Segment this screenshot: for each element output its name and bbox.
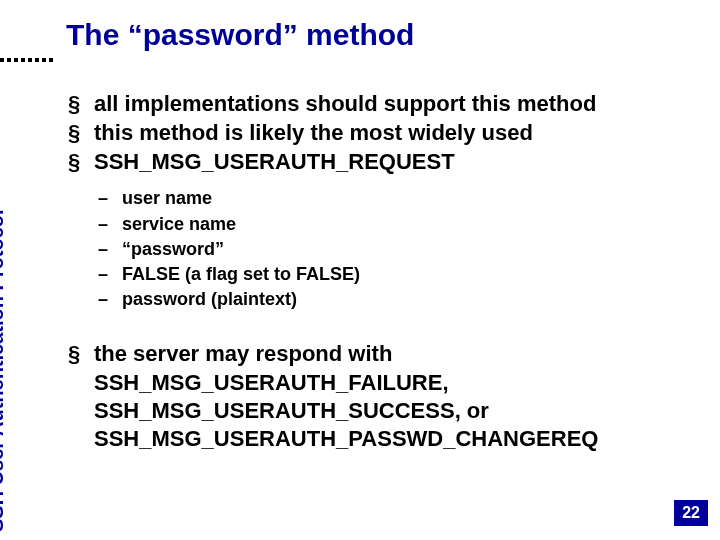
title-underline-dashes <box>0 58 60 62</box>
content-area: all implementations should support this … <box>68 90 700 454</box>
bullet-list-top: all implementations should support this … <box>68 90 700 176</box>
sub-item: “password” <box>98 237 700 262</box>
bullet-item: all implementations should support this … <box>68 90 700 118</box>
slide-title: The “password” method <box>66 18 414 52</box>
bullet-item: the server may respond with SSH_MSG_USER… <box>68 340 700 453</box>
slide: The “password” method SSH User Authentic… <box>0 0 720 540</box>
sidebar-label: SSH User Authentication Protocol <box>0 209 8 532</box>
sub-item: user name <box>98 186 700 211</box>
sub-item: password (plaintext) <box>98 287 700 312</box>
sub-item: FALSE (a flag set to FALSE) <box>98 262 700 287</box>
bullet-item: this method is likely the most widely us… <box>68 119 700 147</box>
page-number: 22 <box>674 500 708 526</box>
sidebar: SSH User Authentication Protocol <box>8 105 38 532</box>
sub-list: user name service name “password” FALSE … <box>98 186 700 312</box>
bullet-item: SSH_MSG_USERAUTH_REQUEST <box>68 148 700 176</box>
bullet-list-bottom: the server may respond with SSH_MSG_USER… <box>68 340 700 453</box>
sub-item: service name <box>98 212 700 237</box>
